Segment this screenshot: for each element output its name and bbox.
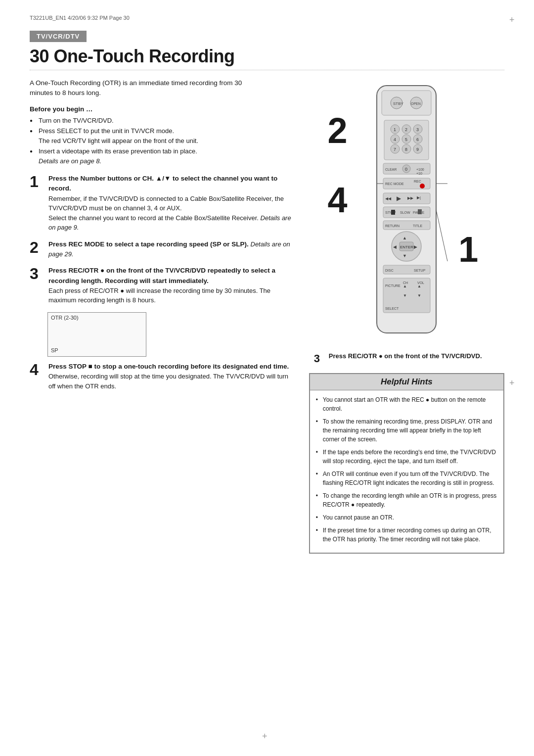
hint-item: If the tape ends before the recording's …	[316, 448, 497, 466]
otr-label-bottom: SP	[51, 347, 58, 353]
step-3-num: 3	[30, 266, 44, 282]
helpful-hints-box: Helpful Hints You cannot start an OTR wi…	[309, 373, 504, 554]
page-title: 30 One-Touch Recording	[30, 46, 504, 67]
hint-item: To change the recording length while an …	[316, 491, 497, 509]
list-item: Turn on the TV/VCR/DVD.	[30, 116, 294, 126]
step-2-content: Press REC MODE to select a tape recordin…	[48, 239, 294, 259]
svg-text:▲: ▲	[403, 284, 407, 288]
svg-text:SLOW: SLOW	[400, 211, 410, 214]
svg-text:SELECT: SELECT	[385, 307, 399, 310]
remote-control-image: STBY OPEN 1 2 3 4 5	[359, 83, 453, 340]
svg-text:+10: +10	[416, 172, 422, 175]
svg-text:DISC: DISC	[385, 269, 394, 272]
svg-text:▼: ▼	[403, 293, 407, 298]
helpful-hints-content: You cannot start an OTR with the REC ● b…	[310, 390, 503, 553]
svg-text:◀◀: ◀◀	[385, 196, 392, 201]
step-1: 1 Press the Number buttons or CH. ▲/▼ to…	[30, 174, 294, 233]
svg-text:PICTURE: PICTURE	[385, 284, 400, 287]
list-item: Press SELECT to put the unit in TV/VCR m…	[30, 126, 294, 145]
remote-wrapper: 2 4 1 STBY OPEN 1	[357, 83, 456, 340]
step-3-right-text: Press REC/OTR ● on the front of the TV/V…	[329, 352, 482, 360]
svg-text:8: 8	[405, 147, 407, 152]
svg-text:5: 5	[405, 137, 407, 142]
svg-text:CLEAR: CLEAR	[385, 168, 397, 171]
chapter-num: 30	[30, 46, 49, 66]
step-4-num: 4	[30, 362, 44, 378]
before-begin-heading: Before you begin …	[30, 105, 294, 113]
helpful-hints-title: Helpful Hints	[310, 374, 503, 390]
overlay-num-1: 1	[458, 232, 478, 267]
crosshair-middle-right	[509, 378, 519, 388]
step-1-body: Remember, if the TV/VCR/DVD is connected…	[48, 195, 291, 232]
title-heading: One-Touch Recording	[54, 46, 235, 66]
svg-text:STBY: STBY	[393, 101, 404, 106]
step-3-body: Each press of REC/OTR ● will increase th…	[48, 287, 270, 304]
step-4-body: Otherwise, recording will stop at the ti…	[48, 373, 288, 390]
step-3-content: Press REC/OTR ● on the front of the TV/V…	[48, 266, 294, 305]
svg-text:3: 3	[416, 127, 419, 132]
svg-text:9: 9	[416, 147, 419, 152]
svg-text:▶: ▶	[414, 244, 417, 249]
hint-item: To show the remaining recording time, pr…	[316, 417, 497, 444]
step-4-title: Press STOP ■ to stop a one-touch recordi…	[48, 363, 289, 370]
svg-text:0: 0	[405, 167, 407, 172]
svg-text:SETUP: SETUP	[414, 269, 426, 272]
step-2-title: Press REC MODE to select a tape recordin…	[48, 240, 249, 248]
overlay-num-4: 4	[327, 182, 347, 218]
crosshair-bottom-center	[262, 731, 272, 741]
hint-item: You cannot pause an OTR.	[316, 513, 497, 522]
left-column: A One-Touch Recording (OTR) is an immedi…	[30, 78, 294, 554]
svg-text:RETURN: RETURN	[385, 224, 400, 228]
step-4: 4 Press STOP ■ to stop a one-touch recor…	[30, 362, 294, 391]
svg-text:▲: ▲	[402, 236, 407, 240]
overlay-num-2: 2	[327, 113, 347, 148]
step-2-num: 2	[30, 239, 44, 255]
before-begin-section: Before you begin … Turn on the TV/VCR/DV…	[30, 105, 294, 166]
svg-text:▼: ▼	[402, 253, 407, 258]
page-container: T3221UB_EN1 4/20/06 9:32 PM Page 30 TV/V…	[0, 0, 534, 756]
svg-text:▼: ▼	[417, 293, 421, 298]
svg-text:OPEN: OPEN	[411, 102, 421, 105]
svg-text:+100: +100	[416, 168, 424, 171]
intro-text: A One-Touch Recording (OTR) is an immedi…	[30, 78, 257, 98]
crosshair-top-right	[509, 15, 519, 25]
print-info: T3221UB_EN1 4/20/06 9:32 PM Page 30	[30, 15, 130, 21]
right-column: 2 4 1 STBY OPEN 1	[309, 78, 504, 554]
svg-text:7: 7	[394, 147, 396, 152]
list-item: Insert a videotape with its erase preven…	[30, 146, 294, 166]
step-1-content: Press the Number buttons or CH. ▲/▼ to s…	[48, 174, 294, 233]
print-header: T3221UB_EN1 4/20/06 9:32 PM Page 30	[30, 15, 504, 21]
before-begin-list: Turn on the TV/VCR/DVD. Press SELECT to …	[30, 116, 294, 166]
step-2: 2 Press REC MODE to select a tape record…	[30, 239, 294, 259]
step-3: 3 Press REC/OTR ● on the front of the TV…	[30, 266, 294, 305]
step-1-title: Press the Number buttons or CH. ▲/▼ to s…	[48, 175, 277, 192]
hint-item: If the preset time for a timer recording…	[316, 526, 497, 544]
svg-text:4: 4	[394, 137, 396, 142]
svg-rect-46	[418, 209, 422, 214]
hint-item: An OTR will continue even if you turn of…	[316, 470, 497, 487]
svg-text:6: 6	[416, 137, 419, 142]
svg-line-70	[436, 210, 447, 261]
main-layout: A One-Touch Recording (OTR) is an immedi…	[30, 78, 504, 554]
otr-label-top: OTR (2-30)	[51, 315, 79, 321]
svg-text:TITLE: TITLE	[413, 224, 422, 228]
svg-point-34	[420, 184, 425, 189]
svg-text:◀: ◀	[393, 244, 397, 249]
svg-text:ENTER: ENTER	[400, 245, 413, 249]
otr-display-box: OTR (2-30) SP	[47, 312, 146, 357]
step-3-right-num: 3	[314, 352, 325, 365]
svg-text:▲: ▲	[417, 284, 421, 288]
svg-text:2: 2	[405, 127, 407, 132]
section-badge: TV/VCR/DTV	[30, 31, 87, 42]
hint-item: You cannot start an OTR with the REC ● b…	[316, 395, 497, 413]
step-1-num: 1	[30, 174, 44, 189]
svg-text:▶: ▶	[397, 195, 401, 202]
title-divider	[30, 70, 504, 70]
svg-text:▶▶: ▶▶	[407, 196, 414, 200]
svg-text:1: 1	[394, 127, 396, 132]
helpful-hints-list: You cannot start an OTR with the REC ● b…	[316, 395, 497, 544]
step-3-title: Press REC/OTR ● on the front of the TV/V…	[48, 267, 275, 284]
svg-text:REC: REC	[414, 180, 421, 183]
svg-rect-1	[382, 91, 431, 115]
svg-text:REC MODE: REC MODE	[385, 182, 404, 186]
